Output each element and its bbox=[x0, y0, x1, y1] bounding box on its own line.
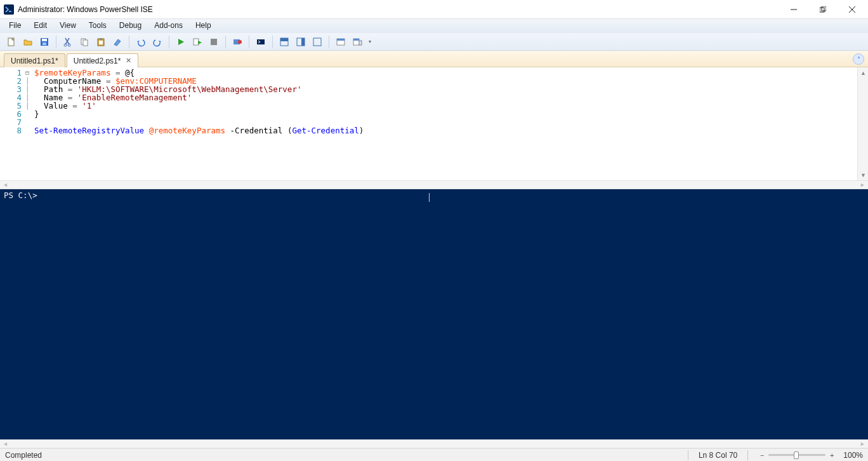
scroll-right-icon[interactable]: ► bbox=[860, 182, 865, 188]
show-script-top-icon[interactable] bbox=[277, 34, 292, 50]
menu-debug[interactable]: Debug bbox=[113, 19, 148, 33]
show-command-addon-icon[interactable] bbox=[350, 34, 365, 50]
console-prompt: PS C:\> bbox=[4, 190, 37, 200]
undo-icon[interactable] bbox=[133, 34, 148, 50]
close-button[interactable] bbox=[838, 0, 867, 19]
maximize-button[interactable] bbox=[808, 0, 838, 19]
console-horizontal-scrollbar[interactable]: ◄ ► bbox=[0, 439, 868, 448]
cursor-position: Ln 8 Col 70 bbox=[699, 451, 737, 460]
menu-tools[interactable]: Tools bbox=[82, 19, 113, 33]
line-number-gutter: 1 2 3 4 5 6 7 8 bbox=[0, 67, 25, 180]
console-pane[interactable]: PS C:\> bbox=[0, 189, 868, 439]
window-title: Administrator: Windows PowerShell ISE bbox=[18, 5, 153, 14]
menu-addons[interactable]: Add-ons bbox=[148, 19, 189, 33]
menu-view[interactable]: View bbox=[53, 19, 82, 33]
menu-file[interactable]: File bbox=[3, 19, 27, 33]
svg-rect-8 bbox=[42, 39, 47, 41]
collapse-script-pane-icon[interactable]: ˄ bbox=[853, 53, 864, 65]
stop-icon[interactable] bbox=[206, 34, 221, 50]
svg-rect-28 bbox=[337, 39, 345, 41]
zoom-thumb[interactable] bbox=[794, 451, 799, 459]
svg-rect-15 bbox=[100, 38, 102, 40]
code-area[interactable]: $remoteKeyParams = @{ ComputerName = $en… bbox=[33, 67, 857, 180]
copy-icon[interactable] bbox=[77, 34, 92, 50]
toolbar-separator bbox=[225, 36, 226, 48]
redo-icon[interactable] bbox=[150, 34, 165, 50]
eraser-icon[interactable] bbox=[110, 34, 125, 50]
new-remote-tab-icon[interactable] bbox=[253, 34, 268, 50]
zoom-in-icon[interactable]: + bbox=[828, 451, 836, 459]
scroll-left-icon[interactable]: ◄ bbox=[3, 182, 8, 188]
tab-label: Untitled1.ps1* bbox=[11, 57, 58, 65]
svg-rect-21 bbox=[257, 39, 265, 44]
app-icon bbox=[4, 4, 14, 15]
window-controls bbox=[779, 0, 867, 19]
svg-rect-18 bbox=[211, 39, 217, 45]
status-bar: Completed Ln 8 Col 70 − + 100% bbox=[0, 448, 868, 461]
code-line[interactable]: Set-RemoteRegistryValue @remoteKeyParams… bbox=[34, 126, 857, 135]
toolbar-overflow-icon[interactable]: ▾ bbox=[366, 39, 374, 44]
scroll-right-icon[interactable]: ► bbox=[860, 441, 865, 447]
minimize-button[interactable] bbox=[779, 0, 808, 19]
paste-icon[interactable] bbox=[93, 34, 109, 50]
tab-label: Untitled2.ps1* bbox=[74, 57, 121, 65]
svg-rect-31 bbox=[359, 41, 362, 45]
toolbar-separator bbox=[329, 36, 329, 48]
svg-rect-26 bbox=[313, 38, 321, 46]
breakpoint-icon[interactable] bbox=[230, 34, 245, 50]
new-file-icon[interactable] bbox=[4, 34, 19, 50]
editor-vertical-scrollbar[interactable]: ▲ ▼ bbox=[857, 67, 868, 180]
zoom-out-icon[interactable]: − bbox=[758, 451, 766, 459]
toolbar-separator bbox=[129, 36, 129, 48]
code-line[interactable]: Name = 'EnableRemoteManagement' bbox=[34, 93, 857, 102]
tab-untitled2[interactable]: Untitled2.ps1* ✕ bbox=[67, 53, 139, 67]
status-text: Completed bbox=[5, 451, 42, 460]
zoom-slider[interactable]: − + bbox=[758, 451, 836, 459]
scroll-down-icon[interactable]: ▼ bbox=[858, 170, 868, 180]
tab-bar: Untitled1.ps1* Untitled2.ps1* ✕ ˄ bbox=[0, 51, 868, 67]
toolbar-separator bbox=[169, 36, 169, 48]
save-icon[interactable] bbox=[37, 34, 52, 50]
tab-untitled1[interactable]: Untitled1.ps1* bbox=[4, 53, 65, 67]
scroll-left-icon[interactable]: ◄ bbox=[3, 441, 8, 447]
fold-column[interactable]: ⊟ ││││ bbox=[25, 67, 33, 180]
cut-icon[interactable] bbox=[60, 34, 76, 50]
svg-rect-30 bbox=[353, 39, 359, 41]
svg-rect-17 bbox=[194, 39, 199, 45]
svg-rect-16 bbox=[99, 41, 103, 44]
text-cursor-icon bbox=[429, 193, 430, 202]
tab-close-icon[interactable]: ✕ bbox=[126, 57, 131, 65]
menu-bar: File Edit View Tools Debug Add-ons Help bbox=[0, 19, 868, 33]
open-folder-icon[interactable] bbox=[20, 34, 36, 50]
svg-point-20 bbox=[238, 40, 242, 44]
toolbar-separator bbox=[56, 36, 56, 48]
show-command-icon[interactable] bbox=[333, 34, 348, 50]
zoom-track[interactable] bbox=[768, 454, 825, 456]
run-selection-icon[interactable] bbox=[190, 34, 205, 50]
menu-edit[interactable]: Edit bbox=[27, 19, 53, 33]
zoom-level: 100% bbox=[843, 451, 863, 460]
menu-help[interactable]: Help bbox=[189, 19, 218, 33]
title-bar-left: Administrator: Windows PowerShell ISE bbox=[4, 4, 153, 15]
toolbar-separator bbox=[272, 36, 273, 48]
statusbar-separator bbox=[688, 450, 688, 460]
show-script-max-icon[interactable] bbox=[310, 34, 325, 50]
run-script-icon[interactable] bbox=[173, 34, 188, 50]
code-line[interactable]: Value = '1' bbox=[34, 102, 857, 110]
editor-horizontal-scrollbar[interactable]: ◄ ► bbox=[0, 180, 868, 189]
scroll-up-icon[interactable]: ▲ bbox=[858, 67, 868, 78]
statusbar-separator bbox=[747, 450, 748, 460]
svg-rect-25 bbox=[301, 38, 305, 46]
toolbar: ▾ bbox=[0, 33, 868, 51]
script-editor[interactable]: 1 2 3 4 5 6 7 8 ⊟ ││││ $remoteKeyParams … bbox=[0, 67, 868, 180]
svg-rect-9 bbox=[43, 43, 46, 45]
toolbar-separator bbox=[249, 36, 249, 48]
title-bar: Administrator: Windows PowerShell ISE bbox=[0, 0, 868, 19]
svg-rect-23 bbox=[280, 38, 288, 41]
show-script-right-icon[interactable] bbox=[293, 34, 308, 50]
svg-rect-13 bbox=[83, 40, 88, 46]
code-line[interactable]: } bbox=[34, 110, 857, 118]
